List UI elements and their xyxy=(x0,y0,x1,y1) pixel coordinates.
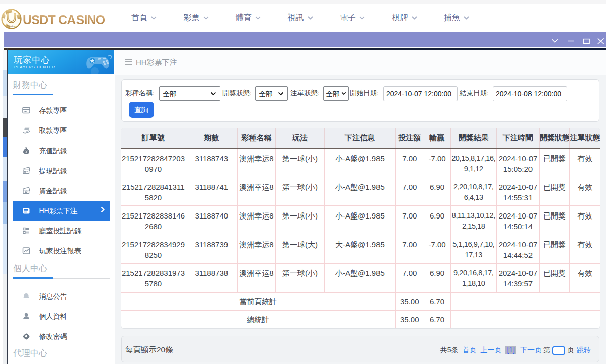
svg-text:Casino: Casino xyxy=(7,25,17,28)
